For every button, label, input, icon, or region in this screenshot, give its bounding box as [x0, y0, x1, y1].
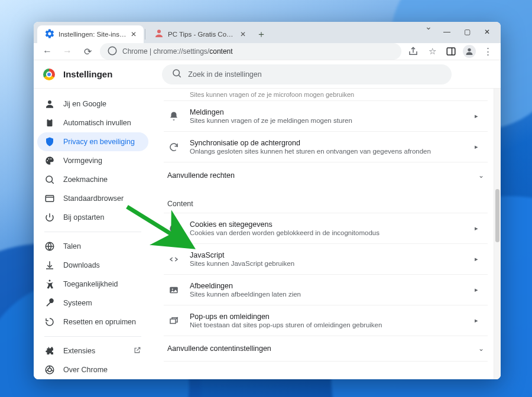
- cutoff-text: Sites kunnen vragen of ze je microfoon m…: [164, 89, 488, 100]
- share-icon[interactable]: [406, 44, 420, 58]
- sidebar-item-label: Zoekmachine: [63, 175, 108, 184]
- settings-gear-icon: [44, 28, 55, 40]
- scrollbar-thumb[interactable]: [495, 189, 499, 242]
- page-header: Instellingen Zoek in de instellingen: [34, 60, 501, 89]
- sidebar-item-on-startup[interactable]: Bij opstarten: [37, 208, 148, 227]
- row-images[interactable]: Afbeeldingen Sites kunnen afbeeldingen l…: [164, 274, 488, 305]
- sidebar-item-accessibility[interactable]: Toegankelijkheid: [37, 275, 148, 294]
- svg-point-13: [46, 176, 53, 183]
- reset-icon: [44, 317, 55, 327]
- svg-point-27: [172, 288, 173, 289]
- row-subtitle: Cookies van derden worden geblokkeerd in…: [190, 229, 465, 236]
- sidebar-item-label: Jij en Google: [63, 100, 106, 108]
- profile-avatar-icon[interactable]: [463, 45, 476, 58]
- sidebar-item-extensions[interactable]: Extensies: [37, 341, 148, 360]
- kebab-menu-icon[interactable]: ⋮: [481, 44, 495, 58]
- sidebar-item-label: Standaardbrowser: [63, 194, 124, 203]
- sidebar-item-label: Over Chrome: [63, 366, 108, 374]
- chevron-right-icon: ▸: [475, 286, 484, 294]
- sidebar-item-label: Resetten en opruimen: [63, 318, 136, 326]
- minimize-icon[interactable]: ―: [437, 23, 457, 41]
- bookmark-star-icon[interactable]: ☆: [425, 44, 439, 58]
- maximize-icon[interactable]: ▢: [457, 23, 477, 41]
- svg-point-22: [172, 227, 173, 228]
- sidebar-item-search-engine[interactable]: Zoekmachine: [37, 170, 148, 189]
- nav-reload-icon[interactable]: ⟳: [80, 44, 95, 59]
- tab-strip: Instellingen: Site-instellingen ✕ PC Tip…: [34, 22, 425, 43]
- nav-back-icon[interactable]: ←: [40, 44, 55, 59]
- sidebar-item-label: Automatisch invullen: [63, 119, 131, 127]
- sidebar-item-label: Talen: [63, 242, 81, 250]
- address-bar[interactable]: Chrome | chrome://settings/content: [100, 43, 401, 60]
- chrome-icon: [44, 365, 55, 375]
- accessibility-icon: [44, 279, 55, 289]
- settings-search-input[interactable]: Zoek in de instellingen: [162, 64, 452, 84]
- extension-icon: [44, 346, 55, 356]
- new-tab-button[interactable]: ＋: [253, 25, 270, 43]
- wrench-icon: [44, 298, 55, 308]
- external-link-icon: [134, 346, 141, 356]
- svg-point-1: [108, 47, 116, 55]
- close-window-icon[interactable]: ✕: [477, 23, 497, 41]
- chevron-down-icon: ⌄: [478, 171, 484, 180]
- content-scroll[interactable]: Sites kunnen vragen of ze je microfoon m…: [152, 89, 494, 379]
- sidebar-item-system[interactable]: Systeem: [37, 294, 148, 313]
- sidebar-item-label: Bij opstarten: [63, 213, 104, 222]
- tab-pctips[interactable]: PC Tips - Gratis Computer Tips, ✕: [147, 25, 253, 43]
- globe-icon: [44, 241, 55, 252]
- vertical-scrollbar[interactable]: [494, 89, 501, 379]
- row-title: Aanvullende rechten: [167, 171, 235, 180]
- close-icon[interactable]: ✕: [131, 30, 137, 38]
- sidebar-item-downloads[interactable]: Downloads: [37, 256, 148, 275]
- power-icon: [44, 212, 55, 223]
- row-additional-content-settings[interactable]: Aanvullende contentinstellingen ⌄: [164, 336, 488, 362]
- chrome-window: Instellingen: Site-instellingen ✕ PC Tip…: [34, 22, 501, 379]
- sidebar-item-you-and-google[interactable]: Jij en Google: [37, 95, 148, 113]
- row-subtitle: Onlangs gesloten sites kunnen het sturen…: [190, 148, 465, 155]
- row-title: Aanvullende contentinstellingen: [167, 344, 271, 353]
- row-popups[interactable]: Pop-ups en omleidingen Niet toestaan dat…: [164, 305, 488, 336]
- row-subtitle: Sites kunnen vragen of ze je meldingen m…: [190, 117, 465, 124]
- sidebar-item-label: Systeem: [63, 299, 92, 307]
- row-background-sync[interactable]: Synchronisatie op de achtergrond Onlangs…: [164, 131, 488, 162]
- svg-point-10: [47, 160, 48, 161]
- content-area: Jij en Google Automatisch invullen Priva…: [34, 89, 501, 379]
- tab-title: Instellingen: Site-instellingen: [59, 31, 127, 38]
- close-icon[interactable]: ✕: [240, 30, 246, 38]
- settings-page: Instellingen Zoek in de instellingen Jij…: [34, 60, 501, 379]
- main-pane: Sites kunnen vragen of ze je microfoon m…: [152, 89, 501, 379]
- chevron-down-icon: ⌄: [478, 344, 484, 353]
- side-panel-icon[interactable]: [444, 44, 458, 58]
- palette-icon: [44, 155, 55, 166]
- tab-settings[interactable]: Instellingen: Site-instellingen ✕: [37, 25, 144, 43]
- svg-line-6: [179, 75, 181, 77]
- chrome-logo-icon: [43, 69, 55, 80]
- chevron-right-icon: ▸: [475, 224, 484, 232]
- browser-icon: [44, 193, 55, 204]
- sidebar-item-about-chrome[interactable]: Over Chrome: [37, 360, 148, 379]
- svg-point-18: [49, 280, 51, 282]
- row-notifications[interactable]: Meldingen Sites kunnen vragen of ze je m…: [164, 100, 488, 131]
- sidebar-item-privacy-security[interactable]: Privacy en beveiliging: [37, 132, 148, 151]
- row-title: Synchronisatie op de achtergrond: [190, 139, 465, 147]
- svg-point-20: [48, 368, 51, 372]
- sidebar-item-default-browser[interactable]: Standaardbrowser: [37, 189, 148, 208]
- chrome-page-icon: [107, 45, 118, 58]
- row-cookies[interactable]: Cookies en sitegegevens Cookies van derd…: [164, 213, 488, 243]
- popup-icon: [167, 315, 180, 326]
- search-icon: [171, 68, 182, 80]
- sidebar-item-autofill[interactable]: Automatisch invullen: [37, 113, 148, 132]
- tab-title: PC Tips - Gratis Computer Tips,: [168, 31, 236, 38]
- settings-sidebar: Jij en Google Automatisch invullen Priva…: [34, 89, 152, 379]
- sidebar-item-languages[interactable]: Talen: [37, 237, 148, 256]
- row-additional-permissions[interactable]: Aanvullende rechten ⌄: [164, 162, 488, 188]
- sidebar-item-reset[interactable]: Resetten en opruimen: [37, 313, 148, 331]
- svg-rect-28: [170, 319, 176, 324]
- svg-point-11: [48, 158, 50, 160]
- tabs-dropdown-icon[interactable]: ⌄: [425, 22, 432, 31]
- row-title: Meldingen: [190, 108, 465, 116]
- svg-rect-9: [48, 119, 51, 121]
- search-icon: [44, 174, 55, 185]
- sidebar-item-appearance[interactable]: Vormgeving: [37, 151, 148, 170]
- row-javascript[interactable]: JavaScript Sites kunnen JavaScript gebru…: [164, 243, 488, 274]
